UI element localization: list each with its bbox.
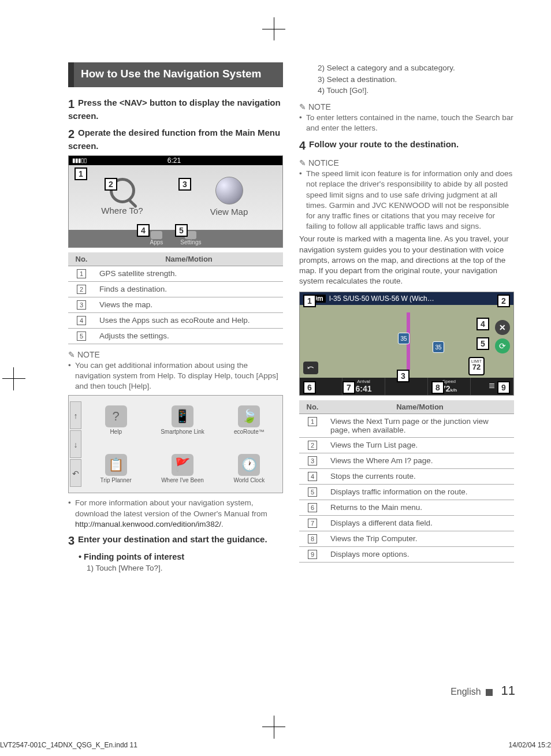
up-arrow-icon: ↑	[70, 401, 81, 429]
callout-5: 5	[476, 337, 489, 350]
where-ive-been-icon: 🚩	[172, 454, 193, 476]
callout-3: 3	[397, 370, 409, 382]
step-number: 4	[299, 139, 306, 152]
note-heading: NOTE	[299, 102, 514, 111]
table-row: 2Finds a destination.	[68, 281, 283, 297]
table-row: 2Views the Turn List page.	[299, 437, 514, 453]
help-icon: ?	[105, 405, 127, 427]
page-number: 11	[501, 683, 515, 698]
step-number: 3	[68, 534, 75, 548]
note-item: You can get additional information about…	[68, 360, 283, 392]
list-item: 2) Select a category and a subcategory.	[318, 62, 514, 74]
step-number: 1	[68, 98, 75, 111]
list-item: 4) Touch [Go!].	[318, 85, 514, 96]
list-item: 1) Touch [Where To?].	[87, 563, 283, 574]
table-row: 4Uses the Apps such as ecoRoute and Help…	[68, 312, 283, 328]
callout-5: 5	[175, 224, 188, 237]
step-4: 4 Follow your route to the destination.	[299, 139, 514, 152]
step-text: Operate the desired function from the Ma…	[68, 128, 280, 151]
step-1: 1 Press the <NAV> button to display the …	[68, 98, 283, 121]
step-text: Follow your route to the destination.	[309, 139, 459, 149]
page-footer: English 11	[451, 683, 515, 698]
footer-square-icon	[486, 689, 493, 696]
callout-9: 9	[497, 381, 510, 394]
road-name: I-35 S/US-50 W/US-56 W (Wich…	[329, 295, 510, 303]
table-row: 4Stops the currents route.	[299, 468, 514, 484]
callout-1: 1	[303, 295, 316, 307]
trip-planner-icon: 📋	[105, 454, 127, 476]
step-2: 2 Operate the desired function from the …	[68, 128, 283, 151]
notice-heading: NOTICE	[299, 158, 514, 167]
table-row: 3Views the Where Am I? page.	[299, 453, 514, 468]
apps-screenshot: ↑ ↓ ↶ ?Help 📱Smartphone Link 🍃ecoRoute™ …	[68, 395, 283, 493]
step-3: 3 Enter your destination and start the g…	[68, 534, 283, 548]
table-row: 7Displays a different data field.	[299, 515, 514, 531]
step-text: Press the <NAV> button to display the na…	[68, 98, 281, 121]
table-row: 3Views the map.	[68, 297, 283, 312]
table-row: 5Displays traffic information on the rou…	[299, 484, 514, 500]
callout-4: 4	[137, 224, 150, 237]
poi-heading: Finding points of interest	[79, 552, 283, 561]
table-row: 8Views the Trip Computer.	[299, 531, 514, 546]
route-table: No. Name/Motion 1Views the Next Turn pag…	[299, 400, 514, 563]
down-arrow-icon: ↓	[70, 430, 81, 458]
main-menu-screenshot: ▮▮▮▯▯ 6:21 Where To? View Map Apps	[68, 155, 283, 248]
manual-link[interactable]: http://manual.kenwood.com/edition/im382/	[75, 520, 221, 528]
route-paragraph: Your route is marked with a magenta line…	[299, 234, 514, 286]
print-mark-right: 14/02/04 15:2	[509, 741, 551, 749]
traffic-icon: ⟳	[495, 338, 510, 353]
note-item: To enter letters contained in the name, …	[299, 113, 514, 133]
globe-icon	[215, 177, 243, 204]
view-map-label: View Map	[210, 207, 248, 217]
world-clock-icon: 🕐	[238, 454, 260, 476]
stop-route-icon: ✕	[495, 320, 510, 335]
smartphone-link-icon: 📱	[172, 405, 193, 427]
table-row: 1GPS satellite strength.	[68, 266, 283, 281]
table-head-name: Name/Motion	[326, 400, 514, 414]
callout-2: 2	[497, 295, 510, 307]
table-row: 1Views the Next Turn page or the junctio…	[299, 414, 514, 437]
print-mark-left: LVT2547-001C_14DNX_QSG_K_En.indd 11	[0, 741, 137, 749]
table-row: 5Adjusts the settings.	[68, 328, 283, 344]
table-head-no: No.	[299, 400, 326, 414]
notice-item: The speed limit icon feature is for info…	[299, 169, 514, 232]
ecoroute-icon: 🍃	[238, 405, 260, 427]
callout-4: 4	[476, 318, 489, 330]
signal-icon: ▮▮▮▯▯	[72, 156, 87, 165]
list-item: 3) Select a destination.	[318, 74, 514, 85]
callout-8: 8	[431, 381, 444, 394]
where-to-label: Where To?	[101, 206, 143, 215]
back-arrow-icon: ↶	[70, 459, 81, 487]
section-heading: How to Use the Navigation System	[68, 62, 283, 87]
table-head-no: No.	[68, 252, 95, 266]
speed-limit-sign: LIMIT 72	[468, 357, 485, 375]
note-item: For more information about your navigati…	[68, 498, 283, 530]
callout-1: 1	[75, 167, 87, 180]
note-heading: NOTE	[68, 350, 283, 359]
table-row: 9Displays more options.	[299, 546, 514, 562]
callout-3: 3	[178, 178, 191, 191]
apps-button: Apps	[150, 231, 163, 245]
step-text: Enter your destination and start the gui…	[78, 534, 267, 544]
back-icon: ⤺	[303, 362, 318, 374]
callout-2: 2	[105, 178, 117, 191]
highway-sign: 35	[398, 333, 409, 344]
callout-7: 7	[342, 381, 355, 394]
table-head-name: Name/Motion	[95, 252, 283, 266]
apps-icon	[151, 231, 162, 239]
highway-sign: 35	[433, 341, 444, 353]
main-menu-table: No. Name/Motion 1GPS satellite strength.…	[68, 252, 283, 344]
step-number: 2	[68, 128, 75, 141]
clock: 6:21	[167, 156, 181, 165]
callout-6: 6	[303, 381, 316, 394]
table-row: 6Returns to the Main menu.	[299, 500, 514, 515]
route-screenshot: 500m I-35 S/US-50 W/US-56 W (Wich… 35 35…	[299, 292, 514, 396]
